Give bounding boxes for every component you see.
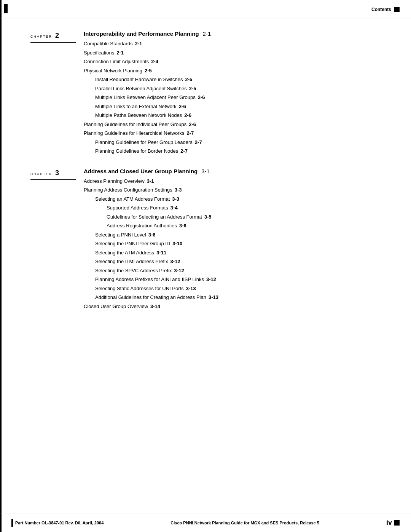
toc-entry: Planning Guidelines for Peer Group Leade… [84,139,388,146]
toc-entry: Selecting the ILMI Address Prefix 3-12 [84,258,388,265]
toc-entry: Selecting Static Addresses for UNI Ports… [84,285,388,292]
chapter-3-title: Address and Closed User Group Planning3-… [84,168,388,174]
toc-entry: Planning Guidelines for Border Nodes 2-7 [84,147,388,155]
toc-entry: Specifications 2-1 [84,49,388,57]
chapter-3-label: CHAPTER [30,172,52,176]
toc-entry: Selecting a PNNI Level 3-6 [84,231,388,239]
main-content: CHAPTER 2 Interoperability and Performan… [30,30,388,494]
chapter-3-label-col: CHAPTER 3 [30,168,84,180]
toc-entry: Planning Guidelines for Individual Peer … [84,121,388,128]
toc-entry: Planning Address Configuration Settings … [84,186,388,194]
page-container: Contents CHAPTER 2 Interoperability and … [0,0,411,532]
toc-entry: Multiple Links to an External Network 2-… [84,103,388,110]
toc-entry: Supported Address Formats 3-4 [84,204,388,212]
toc-entry: Planning Guidelines for Hierarchical Net… [84,129,388,137]
header-title: Contents [371,7,391,12]
toc-entry: Selecting the PNNI Peer Group ID 3-10 [84,240,388,248]
toc-entry: Multiple Links Between Adjacent Peer Gro… [84,94,388,101]
toc-entry: Physical Network Planning 2-5 [84,67,388,75]
footer-left-bar [11,519,13,527]
toc-entry: Compatible Standards 2-1 [84,40,388,48]
chapter-2-label: CHAPTER [30,35,52,38]
chapter-2-title: Interoperability and Performance Plannin… [84,30,388,37]
toc-entry: Install Redundant Hardware in Switches 2… [84,76,388,83]
toc-entry: Parallel Links Between Adjacent Switches… [84,85,388,93]
toc-entry: Address Planning Overview 3-1 [84,177,388,185]
chapter-2-label-col: CHAPTER 2 [30,30,84,43]
footer-part-number: Part Number OL-3847-01 Rev. D0, April, 2… [15,521,104,525]
toc-entry: Planning Address Prefixes for AINI and I… [84,276,388,283]
page-footer: Part Number OL-3847-01 Rev. D0, April, 2… [0,513,411,532]
footer-left: Part Number OL-3847-01 Rev. D0, April, 2… [11,519,104,527]
chapter-3-content: Address and Closed User Group Planning3-… [84,168,388,312]
footer-right: iv [386,519,400,527]
chapter-2-number: 2 [55,32,59,40]
toc-entry: Guidelines for Selecting an Address Form… [84,213,388,221]
toc-entry: Selecting the SPVC Address Prefix 3-12 [84,267,388,275]
chapter-3-number: 3 [55,169,59,177]
toc-entry: Address Registration Authorities 3-6 [84,222,388,230]
chapter-2-divider [30,42,76,43]
chapter-3-divider [30,179,76,180]
footer-page-number: iv [386,519,392,527]
page-header: Contents [0,0,411,19]
toc-entry: Additional Guidelines for Creating an Ad… [84,294,388,301]
chapter-2-section: CHAPTER 2 Interoperability and Performan… [30,30,388,157]
chapter-3-section: CHAPTER 3 Address and Closed User Group … [30,168,388,312]
header-square [394,7,400,12]
left-border [0,0,2,532]
footer-center-text: Cisco PNNI Network Planning Guide for MG… [104,521,386,525]
toc-entry: Connection Limit Adjustments 2-4 [84,58,388,66]
chapter-2-content: Interoperability and Performance Plannin… [84,30,388,157]
toc-entry: Closed User Group Overview 3-14 [84,303,388,310]
toc-entry: Selecting the ATM Address 3-11 [84,249,388,257]
footer-right-square [394,520,400,526]
toc-entry: Selecting an ATM Address Format 3-3 [84,195,388,203]
toc-entry: Multiple Paths Between Network Nodes 2-6 [84,112,388,119]
